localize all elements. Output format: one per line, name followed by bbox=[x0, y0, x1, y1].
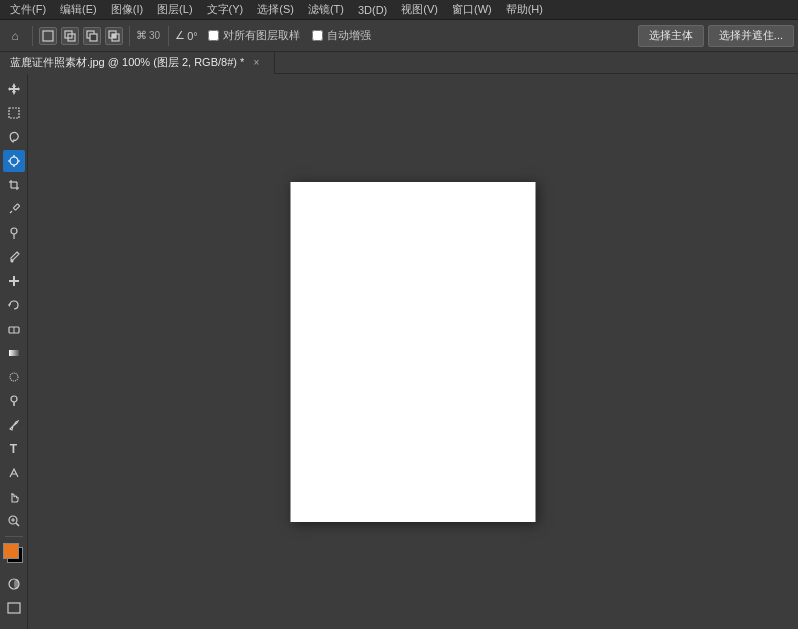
menu-filter[interactable]: 滤镜(T) bbox=[302, 0, 350, 19]
foreground-color-swatch[interactable] bbox=[3, 543, 19, 559]
svg-line-20 bbox=[10, 211, 12, 213]
checkbox-auto-enhance[interactable] bbox=[312, 30, 323, 41]
checkbox-all-layers-label[interactable]: 对所有图层取样 bbox=[208, 28, 300, 43]
tool-sep bbox=[5, 536, 23, 537]
tool-mode-add[interactable] bbox=[61, 27, 79, 45]
checkbox-group: 对所有图层取样 自动增强 bbox=[208, 28, 371, 43]
eraser-tool[interactable] bbox=[3, 318, 25, 340]
history-brush-tool[interactable] bbox=[3, 294, 25, 316]
zoom-tool[interactable] bbox=[3, 510, 25, 532]
svg-point-28 bbox=[10, 373, 18, 381]
toolbar-sep-3 bbox=[168, 26, 169, 46]
tool-mode-sub[interactable] bbox=[83, 27, 101, 45]
tab-bar: 蓝鹿证件照素材.jpg @ 100% (图层 2, RGB/8#) * × bbox=[0, 52, 798, 74]
svg-rect-7 bbox=[112, 34, 116, 38]
canvas-area bbox=[28, 74, 798, 629]
menu-text[interactable]: 文字(Y) bbox=[201, 0, 250, 19]
svg-rect-39 bbox=[8, 603, 20, 613]
angle-group: ∠ 0° bbox=[175, 29, 198, 42]
main-area: T bbox=[0, 74, 798, 629]
svg-marker-8 bbox=[8, 83, 20, 95]
brush-tool[interactable] bbox=[3, 246, 25, 268]
tool-mode-intersect[interactable] bbox=[105, 27, 123, 45]
svg-point-29 bbox=[11, 396, 17, 402]
text-tool[interactable]: T bbox=[3, 438, 25, 460]
home-icon-btn[interactable]: ⌂ bbox=[4, 25, 26, 47]
checkbox-auto-enhance-label[interactable]: 自动增强 bbox=[312, 28, 371, 43]
screen-mode-tool[interactable] bbox=[3, 597, 25, 619]
menu-help[interactable]: 帮助(H) bbox=[500, 0, 549, 19]
canvas-document bbox=[291, 182, 536, 522]
svg-rect-4 bbox=[90, 34, 97, 41]
svg-marker-24 bbox=[8, 303, 10, 307]
pen-tool[interactable] bbox=[3, 414, 25, 436]
svg-rect-0 bbox=[43, 31, 53, 41]
lasso-tool[interactable] bbox=[3, 126, 25, 148]
menu-bar: 文件(F) 编辑(E) 图像(I) 图层(L) 文字(Y) 选择(S) 滤镜(T… bbox=[0, 0, 798, 20]
menu-3d[interactable]: 3D(D) bbox=[352, 2, 393, 18]
menu-view[interactable]: 视图(V) bbox=[395, 0, 444, 19]
crop-tool[interactable] bbox=[3, 174, 25, 196]
options-toolbar: ⌂ ⌘ 30 ∠ 0° 对所有图层取样 自动增强 选择主体 选择并遮住.. bbox=[0, 20, 798, 52]
eyedropper-tool[interactable] bbox=[3, 198, 25, 220]
menu-window[interactable]: 窗口(W) bbox=[446, 0, 498, 19]
quick-mask-tool[interactable] bbox=[3, 573, 25, 595]
checkbox-all-layers[interactable] bbox=[208, 30, 219, 41]
svg-point-23 bbox=[10, 260, 13, 263]
svg-point-10 bbox=[10, 157, 18, 165]
menu-layer[interactable]: 图层(L) bbox=[151, 0, 198, 19]
feather-value-group: ⌘ 30 bbox=[136, 29, 162, 42]
color-swatches[interactable] bbox=[3, 543, 25, 565]
svg-line-34 bbox=[16, 523, 19, 526]
select-subject-button[interactable]: 选择主体 bbox=[638, 25, 704, 47]
clone-stamp-tool[interactable] bbox=[3, 270, 25, 292]
select-and-mask-button[interactable]: 选择并遮住... bbox=[708, 25, 794, 47]
path-select-tool[interactable] bbox=[3, 462, 25, 484]
move-tool[interactable] bbox=[3, 78, 25, 100]
quick-select-tool[interactable] bbox=[3, 150, 25, 172]
tab-title: 蓝鹿证件照素材.jpg @ 100% (图层 2, RGB/8#) * bbox=[10, 55, 244, 70]
toolbar-sep-2 bbox=[129, 26, 130, 46]
menu-image[interactable]: 图像(I) bbox=[105, 0, 149, 19]
hand-tool[interactable] bbox=[3, 486, 25, 508]
left-toolbar: T bbox=[0, 74, 28, 629]
checkbox-all-layers-text: 对所有图层取样 bbox=[223, 28, 300, 43]
healing-brush-tool[interactable] bbox=[3, 222, 25, 244]
svg-rect-19 bbox=[13, 204, 19, 210]
svg-point-21 bbox=[11, 228, 17, 234]
angle-value: 0° bbox=[187, 30, 198, 42]
blur-tool[interactable] bbox=[3, 366, 25, 388]
toolbar-sep-1 bbox=[32, 26, 33, 46]
svg-rect-27 bbox=[9, 350, 19, 356]
marquee-tool[interactable] bbox=[3, 102, 25, 124]
checkbox-auto-enhance-text: 自动增强 bbox=[327, 28, 371, 43]
tab-close-icon[interactable]: × bbox=[250, 57, 262, 69]
svg-rect-9 bbox=[9, 108, 19, 118]
menu-edit[interactable]: 编辑(E) bbox=[54, 0, 103, 19]
text-tool-label: T bbox=[10, 442, 17, 456]
menu-file[interactable]: 文件(F) bbox=[4, 0, 52, 19]
feather-icon: ⌘ bbox=[136, 29, 147, 42]
angle-icon: ∠ bbox=[175, 29, 185, 42]
document-tab[interactable]: 蓝鹿证件照素材.jpg @ 100% (图层 2, RGB/8#) * × bbox=[0, 52, 275, 74]
dodge-tool[interactable] bbox=[3, 390, 25, 412]
tool-mode-new[interactable] bbox=[39, 27, 57, 45]
gradient-tool[interactable] bbox=[3, 342, 25, 364]
svg-rect-38 bbox=[14, 579, 19, 589]
menu-select[interactable]: 选择(S) bbox=[251, 0, 300, 19]
